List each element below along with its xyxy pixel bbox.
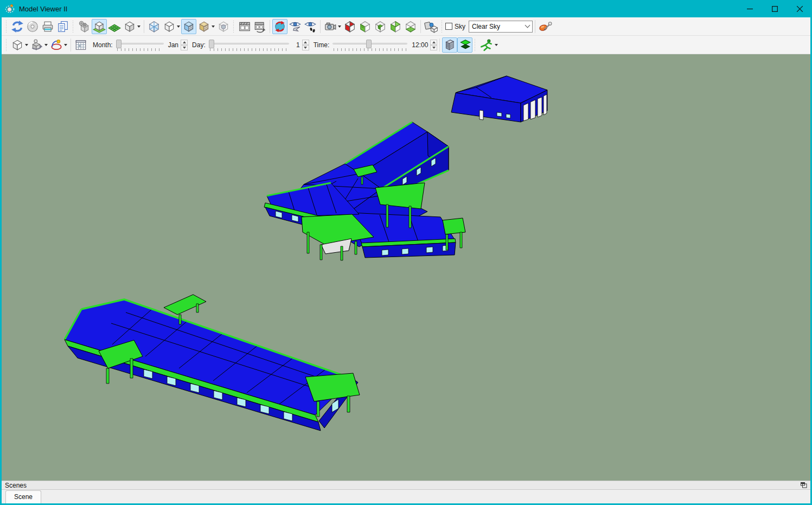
xray-cube-icon [148, 20, 161, 33]
toolbar-grip[interactable] [474, 39, 477, 51]
building-icon [443, 39, 456, 52]
ground-cube-button[interactable] [92, 19, 107, 34]
day-spinner[interactable] [302, 40, 309, 50]
view-cube-dropdown-button[interactable] [10, 37, 29, 53]
viewport-3d[interactable] [2, 54, 810, 481]
toolbar-grip[interactable] [5, 21, 8, 33]
rotate-cube-icon [30, 39, 43, 52]
orbit-button[interactable] [272, 19, 287, 34]
camera-cube-icon [424, 20, 438, 33]
section-cube-tan-button[interactable] [196, 19, 216, 34]
building-cross[interactable] [264, 122, 465, 260]
app-window: Model Viewer II [0, 0, 812, 505]
dropdown-caret-icon [25, 44, 28, 46]
walk-view-button[interactable] [303, 19, 318, 34]
dropdown-caret-icon [137, 25, 140, 28]
camera-button[interactable] [323, 19, 342, 34]
toolbar-grip[interactable] [441, 21, 444, 33]
view-cube-ne-button[interactable] [388, 19, 403, 34]
toolbar-grip[interactable] [233, 21, 235, 33]
toolbar-grip[interactable] [72, 21, 75, 33]
shadow-cube-icon [123, 20, 136, 33]
toolbar-separator [320, 20, 321, 33]
paint-dropper-button[interactable] [538, 19, 554, 34]
scenes-tabstrip: Scene [2, 490, 810, 503]
toolbar-separator [71, 39, 71, 52]
disc-icon [26, 20, 39, 33]
ground-cube-icon [93, 20, 106, 33]
solid-cube-button[interactable] [162, 19, 181, 34]
sky-type-value: Clear Sky [472, 23, 526, 30]
toolbar-grip[interactable] [5, 39, 8, 51]
sky-type-select[interactable]: Clear Sky [469, 21, 533, 33]
copy-button[interactable] [55, 19, 71, 34]
dropdown-caret-icon [338, 25, 341, 28]
section-cube-blue-icon [182, 20, 195, 33]
ground-grid-button[interactable] [107, 19, 122, 34]
building-display-button[interactable] [442, 37, 457, 53]
shadow-plane-icon [458, 39, 471, 52]
dropdown-caret-icon [44, 44, 48, 46]
view-cube-core-icon [374, 20, 387, 33]
section-cube-blue-button[interactable] [181, 19, 196, 34]
month-spinner[interactable] [181, 40, 188, 50]
ball-cube-button[interactable] [216, 19, 231, 34]
view-cube-ne-icon [389, 20, 402, 33]
titlebar: Model Viewer II [0, 0, 812, 17]
close-button[interactable] [787, 0, 812, 17]
chevron-down-icon [525, 23, 530, 28]
view-cube-bottom-button[interactable] [403, 19, 418, 34]
view-cube-nw-button[interactable] [357, 19, 373, 34]
toolbar-separator [439, 39, 440, 52]
clapper-button[interactable] [237, 19, 252, 34]
solid-cube-icon [163, 20, 176, 33]
building-warehouse[interactable] [451, 76, 547, 122]
toolbar-separator [144, 20, 144, 33]
calendar-button[interactable] [73, 37, 88, 53]
shadow-cube-button[interactable] [122, 19, 142, 34]
camera-cube-button[interactable] [423, 19, 439, 34]
toolbar-separator [270, 20, 270, 33]
time-label: Time: [314, 41, 330, 49]
fly-view-button[interactable] [287, 19, 303, 34]
maximize-button[interactable] [762, 0, 787, 17]
clapper-loop-button[interactable] [252, 19, 267, 34]
month-slider[interactable] [116, 39, 164, 51]
disc-button[interactable] [25, 19, 40, 34]
minimize-button[interactable] [737, 0, 762, 17]
view-cube-icon [11, 39, 24, 52]
day-label: Day: [192, 41, 206, 49]
half-red-cube-button[interactable] [342, 19, 357, 34]
time-spinner[interactable] [430, 40, 437, 50]
ground-grid-icon [108, 20, 121, 33]
building-long[interactable] [65, 295, 360, 431]
scenes-panel-header: Scenes [2, 481, 810, 490]
clapper-icon [238, 20, 251, 33]
month-slider-thumb[interactable] [116, 40, 122, 48]
day-value: 1 [293, 41, 300, 49]
month-value: Jan [168, 41, 178, 49]
time-value: 12:00 [412, 41, 428, 49]
sun-path-icon [50, 39, 63, 52]
ball-cube-icon [217, 20, 230, 33]
tab-scene[interactable]: Scene [5, 490, 41, 503]
model-settings-button[interactable] [76, 19, 92, 34]
view-cube-core-button[interactable] [373, 19, 388, 34]
refresh-button[interactable] [10, 19, 25, 34]
print-button[interactable] [40, 19, 55, 34]
shadow-display-button[interactable] [457, 37, 472, 53]
float-panel-icon[interactable] [801, 482, 807, 488]
sky-checkbox[interactable] [445, 23, 452, 30]
app-icon [5, 4, 15, 14]
rotate-view-button[interactable] [29, 37, 49, 53]
day-slider-thumb[interactable] [209, 40, 214, 48]
sun-path-button[interactable] [49, 37, 68, 53]
xray-cube-button[interactable] [146, 19, 162, 34]
runner-button[interactable] [478, 37, 499, 53]
day-slider[interactable] [209, 39, 289, 51]
month-slider-ticks [117, 48, 163, 51]
time-slider-thumb[interactable] [366, 40, 372, 48]
walk-eye-icon [304, 20, 317, 33]
copy-pages-icon [56, 20, 69, 33]
time-slider[interactable] [333, 39, 407, 51]
